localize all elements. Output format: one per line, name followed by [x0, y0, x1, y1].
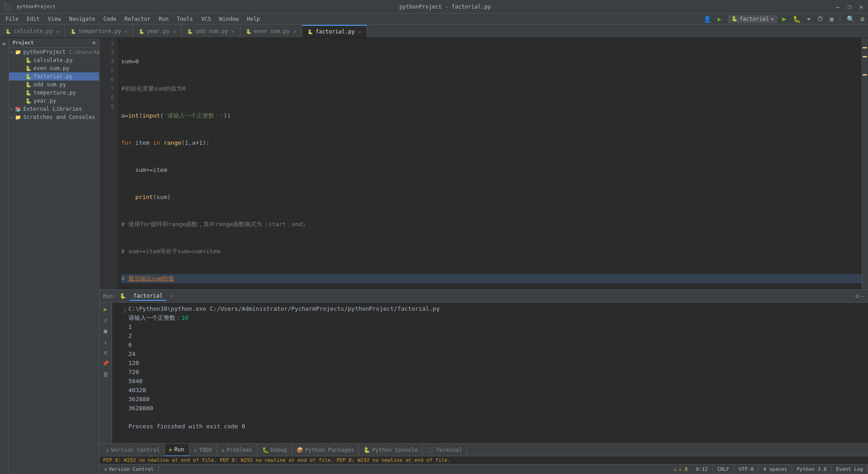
project-panel: Project ⚙ ▾ 📁 pythonProject C:/Users/Adm… — [9, 38, 99, 474]
project-panel-settings[interactable]: ⚙ — [92, 40, 95, 46]
run-filter-icon[interactable]: ≡ — [101, 348, 110, 357]
bottom-tab-run[interactable]: ▶ Run — [165, 444, 189, 456]
menu-help[interactable]: Help — [243, 15, 264, 23]
bottom-tab-debug-label: Debug — [271, 447, 287, 453]
run-output[interactable]: 1 C:\Python38\python.exe C:/Users/Admini… — [112, 303, 868, 443]
run-rerun-icon[interactable]: ↺ — [101, 315, 110, 324]
tree-year-label: year.py — [33, 98, 57, 104]
chevron-right-icon: ▸ — [11, 107, 13, 111]
editor-tabs: 🐍 calculate.py ✕ 🐍 temperture.py ✕ 🐍 yea… — [0, 24, 868, 38]
project-tool-icon[interactable]: P — [0, 40, 9, 48]
menu-edit[interactable]: Edit — [23, 15, 43, 23]
run-tab-factorial[interactable]: factorial — [130, 292, 166, 301]
run-configuration[interactable]: 🐍 factorial ▾ — [728, 15, 778, 23]
status-indentation[interactable]: 4 spaces — [759, 465, 792, 474]
git-icon: ↕ — [104, 466, 107, 472]
run-minimize-icon[interactable]: — — [861, 293, 864, 299]
status-warning[interactable]: ⚠ ⚠ 8 — [670, 465, 692, 474]
status-git[interactable]: ↕ Version Control — [99, 465, 159, 474]
tab-close-calculate[interactable]: ✕ — [57, 29, 59, 34]
run-stop-icon[interactable]: ■ — [101, 326, 110, 335]
run-settings-icon[interactable]: ⚙ — [855, 293, 859, 299]
run-content: ▶ ↺ ■ ↓ ≡ 📌 🗑 1 C:\Python38\pytho — [99, 303, 868, 443]
tab-close-year[interactable]: ✕ — [173, 29, 176, 34]
stop-button[interactable]: ■ — [828, 14, 835, 24]
run-config-display[interactable]: ▶ — [716, 14, 723, 24]
status-encoding[interactable]: UTF-8 — [734, 465, 759, 474]
menu-vcs[interactable]: VCS — [198, 15, 215, 23]
tree-year[interactable]: 🐍 year.py — [9, 97, 99, 105]
debug-icon: 🐛 — [262, 447, 269, 453]
status-line-ending[interactable]: CRLF — [713, 465, 735, 474]
line-num-4: 4 — [103, 57, 114, 66]
status-encoding-label: UTF-8 — [739, 466, 754, 472]
menu-file[interactable]: File — [2, 15, 22, 23]
status-language[interactable]: Python 3.8 — [792, 465, 831, 474]
bottom-tab-todo[interactable]: ☑ TODO — [189, 444, 217, 456]
version-control-icon: ↕ — [106, 447, 109, 453]
run-trash-icon[interactable]: 🗑 — [101, 370, 110, 379]
status-position[interactable]: 9:12 — [691, 465, 713, 474]
tab-icon-odd-sum: 🐍 — [187, 29, 193, 34]
bottom-tab-python-console[interactable]: 🐍 Python Console — [359, 444, 423, 456]
tab-odd-sum[interactable]: 🐍 odd sum.py ✕ — [182, 25, 240, 38]
status-event-log[interactable]: Event Log — [831, 465, 868, 474]
tab-close-even-sum[interactable]: ✕ — [293, 29, 296, 34]
menu-tools[interactable]: Tools — [173, 15, 197, 23]
menu-navigate[interactable]: Navigate — [66, 15, 99, 23]
user-icon[interactable]: 👤 — [702, 14, 713, 24]
code-editor[interactable]: 2 3 4 5 6 7 8 9 sum=0 #初始化变量sum的值为0 a=in… — [99, 38, 868, 289]
tab-factorial[interactable]: 🐍 factorial.py ✕ — [302, 25, 367, 38]
run-scroll-icon[interactable]: ↓ — [101, 337, 110, 346]
run-output-inner: 1 C:\Python38\python.exe C:/Users/Admini… — [116, 304, 864, 431]
tree-scratches-label: Scratches and Consoles — [23, 114, 95, 120]
tab-even-sum[interactable]: 🐍 even sum.py ✕ — [241, 25, 302, 38]
tab-icon-temperture: 🐍 — [71, 29, 76, 34]
menu-refactor[interactable]: Refactor — [121, 15, 154, 23]
play-button[interactable]: ▶ — [780, 14, 788, 24]
tab-temperture[interactable]: 🐍 temperture.py ✕ — [65, 25, 133, 38]
problems-icon: ⚠ — [222, 447, 225, 453]
run-tab-close[interactable]: ✕ — [170, 294, 173, 299]
code-line-2: #初始化变量sum的值为0 — [121, 84, 862, 93]
menu-view[interactable]: View — [44, 15, 65, 23]
tree-project-root[interactable]: ▾ 📁 pythonProject C:/Users/Admini — [9, 48, 99, 56]
bottom-tab-version-control[interactable]: ↕ Version Control — [101, 444, 165, 456]
run-tab-icon2: ▶ — [170, 446, 173, 453]
run-pin-icon[interactable]: 📌 — [101, 359, 110, 368]
tree-factorial-label: factorial.py — [33, 73, 73, 80]
settings-icon[interactable]: ⚙ — [859, 14, 866, 24]
project-panel-header: Project ⚙ — [9, 38, 99, 48]
tree-calculate[interactable]: 🐍 calculate.py — [9, 56, 99, 64]
tree-scratches[interactable]: ▸ 📁 Scratches and Consoles — [9, 113, 99, 121]
search-everywhere-icon[interactable]: 🔍 — [845, 14, 856, 24]
tree-even-sum[interactable]: 🐍 even sum.py — [9, 64, 99, 72]
tab-year[interactable]: 🐍 year.py ✕ — [133, 25, 182, 38]
tree-external-libs[interactable]: ▸ 📚 External Libraries — [9, 105, 99, 113]
menu-code[interactable]: Code — [100, 15, 120, 23]
run-play-icon[interactable]: ▶ — [101, 304, 110, 313]
minimize-button[interactable]: — — [835, 4, 841, 10]
menu-run[interactable]: Run — [155, 15, 172, 23]
tab-close-factorial[interactable]: ✕ — [359, 29, 361, 34]
tree-factorial[interactable]: 🐍 factorial.py — [9, 72, 99, 81]
maximize-button[interactable]: ❐ — [846, 4, 853, 10]
coverage-button[interactable]: ☂ — [805, 14, 812, 24]
tree-temperture[interactable]: 🐍 temperture.py — [9, 89, 99, 97]
bottom-tab-debug[interactable]: 🐛 Debug — [258, 444, 292, 456]
profile-button[interactable]: ⏱ — [815, 14, 825, 24]
code-content[interactable]: sum=0 #初始化变量sum的值为0 a=int(input('请输入一个正整… — [118, 38, 862, 289]
tree-odd-sum[interactable]: 🐍 odd sum.py — [9, 81, 99, 89]
bottom-tabs: ↕ Version Control ▶ Run ☑ TODO ⚠ Problem… — [99, 443, 868, 456]
tab-close-odd-sum[interactable]: ✕ — [232, 29, 235, 34]
bottom-tab-problems[interactable]: ⚠ Problems — [217, 444, 258, 456]
run-config-label: factorial — [740, 16, 769, 22]
bottom-tab-terminal[interactable]: ⬛ Terminal — [423, 444, 467, 456]
menu-window[interactable]: Window — [216, 15, 242, 23]
tab-calculate[interactable]: 🐍 calculate.py ✕ — [0, 25, 65, 38]
run-panel-header: Run: 🐍 factorial ✕ ⚙ — — [99, 290, 868, 303]
debug-button[interactable]: 🐛 — [791, 14, 802, 24]
tab-close-temperture[interactable]: ✕ — [125, 29, 127, 34]
bottom-tab-python-packages[interactable]: 📦 Python Packages — [292, 444, 359, 456]
close-button[interactable]: ✕ — [858, 4, 864, 10]
